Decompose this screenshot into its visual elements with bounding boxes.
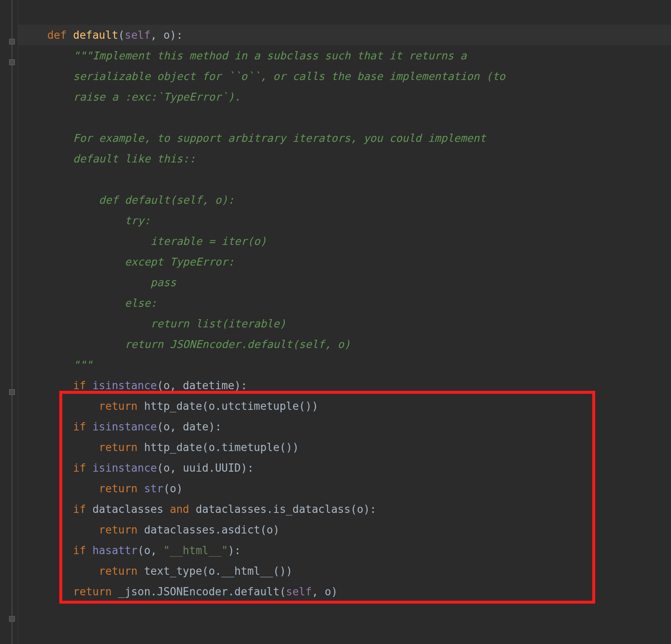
code-line[interactable]: return JSONEncoder.default(self, o) xyxy=(18,334,671,355)
code-line[interactable]: """ xyxy=(18,355,671,375)
docstring-end: """ xyxy=(73,359,92,371)
keyword-return: return xyxy=(99,524,138,536)
code-line[interactable]: default like this:: xyxy=(18,148,671,169)
code-line[interactable]: if isinstance(o, date): xyxy=(18,416,671,437)
docstring-text: For example, to support arbitrary iterat… xyxy=(73,132,486,144)
code-editor[interactable]: def default(self, o): """Implement this … xyxy=(0,0,671,644)
keyword-return: return xyxy=(73,585,112,598)
code-line[interactable]: pass xyxy=(18,272,671,293)
string-literal: "__html__" xyxy=(163,544,228,557)
fold-marker-icon[interactable] xyxy=(9,39,15,45)
docstring-text: return JSONEncoder.default(self, o) xyxy=(73,338,350,350)
keyword-return: return xyxy=(99,482,138,495)
code-line[interactable]: For example, to support arbitrary iterat… xyxy=(18,128,671,148)
builtin-isinstance: isinstance xyxy=(92,421,157,433)
code-line[interactable]: serializable object for ``o``, or calls … xyxy=(18,66,671,87)
docstring-text: iterable = iter(o) xyxy=(73,235,267,247)
keyword-return: return xyxy=(99,441,138,454)
keyword-return: return xyxy=(99,565,138,577)
docstring-text: def default(self, o): xyxy=(73,194,234,206)
docstring-text: return list(iterable) xyxy=(73,317,286,330)
code-line[interactable]: if dataclasses and dataclasses.is_datacl… xyxy=(18,499,671,519)
fold-guide-line xyxy=(12,0,12,644)
keyword-if: if xyxy=(73,379,86,392)
docstring-text: else: xyxy=(73,297,157,309)
code-line[interactable]: return str(o) xyxy=(18,478,671,499)
code-line[interactable] xyxy=(18,169,671,190)
keyword-if: if xyxy=(73,421,86,433)
indent xyxy=(21,29,47,41)
docstring-text: pass xyxy=(73,276,176,289)
code-line[interactable]: def default(self, o): xyxy=(18,25,671,45)
builtin-isinstance: isinstance xyxy=(92,462,157,474)
docstring-text: serializable object for ``o``, or calls … xyxy=(73,70,505,82)
code-line[interactable]: return dataclasses.asdict(o) xyxy=(18,519,671,540)
code-line[interactable]: if isinstance(o, uuid.UUID): xyxy=(18,458,671,478)
code-line[interactable]: except TypeError: xyxy=(18,251,671,272)
keyword-if: if xyxy=(73,544,86,557)
code-area[interactable]: def default(self, o): """Implement this … xyxy=(18,0,671,644)
code-line[interactable]: if hasattr(o, "__html__"): xyxy=(18,540,671,561)
docstring-text: raise a :exc:`TypeError`). xyxy=(73,91,241,103)
code-line[interactable]: """Implement this method in a subclass s… xyxy=(18,45,671,66)
editor-gutter[interactable] xyxy=(0,0,18,644)
keyword-and: and xyxy=(163,503,195,515)
code-line[interactable] xyxy=(18,107,671,128)
keyword-def: def xyxy=(47,29,67,41)
docstring-text: default like this:: xyxy=(73,153,195,165)
fold-marker-icon[interactable] xyxy=(9,59,15,65)
param-self: self xyxy=(124,29,150,41)
function-name: default xyxy=(73,29,118,41)
builtin-str: str xyxy=(144,482,163,495)
keyword-if: if xyxy=(73,462,86,474)
keyword-return: return xyxy=(99,400,138,412)
code-line[interactable]: return text_type(o.__html__()) xyxy=(18,561,671,581)
code-line[interactable]: if isinstance(o, datetime): xyxy=(18,375,671,396)
keyword-if: if xyxy=(73,503,86,515)
docstring-text: """Implement this method in a subclass s… xyxy=(73,49,467,62)
code-line[interactable]: return http_date(o.utctimetuple()) xyxy=(18,396,671,416)
code-line[interactable]: return _json.JSONEncoder.default(self, o… xyxy=(18,581,671,602)
code-line[interactable]: iterable = iter(o) xyxy=(18,231,671,251)
builtin-isinstance: isinstance xyxy=(92,379,157,392)
fold-marker-icon[interactable] xyxy=(9,389,15,395)
code-line[interactable]: return list(iterable) xyxy=(18,313,671,334)
docstring-text: try: xyxy=(73,214,150,227)
builtin-hasattr: hasattr xyxy=(92,544,138,557)
fold-marker-icon[interactable] xyxy=(9,616,15,622)
code-line[interactable]: try: xyxy=(18,210,671,231)
code-line[interactable]: return http_date(o.timetuple()) xyxy=(18,437,671,458)
param-self: self xyxy=(286,585,312,598)
code-line[interactable] xyxy=(18,4,671,25)
code-line[interactable]: else: xyxy=(18,293,671,313)
code-line[interactable]: def default(self, o): xyxy=(18,190,671,210)
param-o: o xyxy=(163,29,170,41)
code-line[interactable]: raise a :exc:`TypeError`). xyxy=(18,87,671,107)
docstring-text: except TypeError: xyxy=(73,256,234,268)
